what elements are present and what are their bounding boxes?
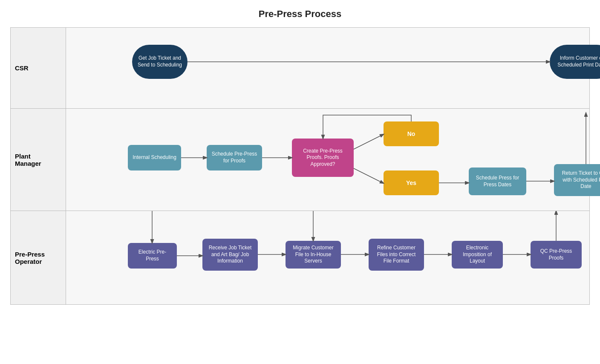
plant-manager-label: PlantManager [11,109,66,211]
csr-lane: CSR Get Job Ticket and Send to Schedulin… [11,28,590,109]
electric-prepress-node: Electric Pre-Press [128,243,177,269]
prepress-operator-lane: Pre-PressOperator Electric Pre-Press Rec… [11,211,590,305]
schedule-press-node: Schedule Press for Press Dates [469,168,526,195]
receive-job-ticket-node: Receive Job Ticket and Art Bag/ Job Info… [202,239,258,271]
prepress-content: Electric Pre-Press Receive Job Ticket an… [66,211,590,305]
plant-manager-content: Internal Scheduling Schedule Pre-Press f… [66,109,590,211]
svg-line-4 [354,168,384,183]
schedule-prepress-node: Schedule Pre-Press for Proofs [207,145,262,170]
plant-manager-lane: PlantManager Internal Scheduling Schedul… [11,109,590,211]
migrate-customer-node: Migrate Customer File to In-House Server… [286,241,341,269]
internal-scheduling-node: Internal Scheduling [128,145,181,170]
inform-customer-node: Inform Customer of Scheduled Print Date [550,45,600,79]
qc-prepress-node: QC Pre-Press Proofs [531,241,582,269]
refine-customer-node: Refine Customer Files into Correct File … [369,239,424,271]
yes-node: Yes [384,170,439,195]
svg-line-3 [354,134,384,149]
no-node: No [384,121,439,146]
get-job-ticket-node: Get Job Ticket and Send to Scheduling [132,45,188,79]
swim-table: CSR Get Job Ticket and Send to Schedulin… [10,27,590,305]
return-ticket-node: Return Ticket to CSR with Scheduled Prin… [554,164,600,196]
diagram-title: Pre-Press Process [10,9,590,20]
prepress-label: Pre-PressOperator [11,211,66,305]
diagram-container: Pre-Press Process CSR Get Job Ticket and… [10,9,590,305]
csr-label: CSR [11,28,66,109]
create-prepress-node: Create Pre-Press Proofs. Proofs Approved… [292,139,354,177]
csr-content: Get Job Ticket and Send to Scheduling In… [66,28,590,109]
electronic-imposition-node: Electronic Imposition of Layout [452,241,503,269]
